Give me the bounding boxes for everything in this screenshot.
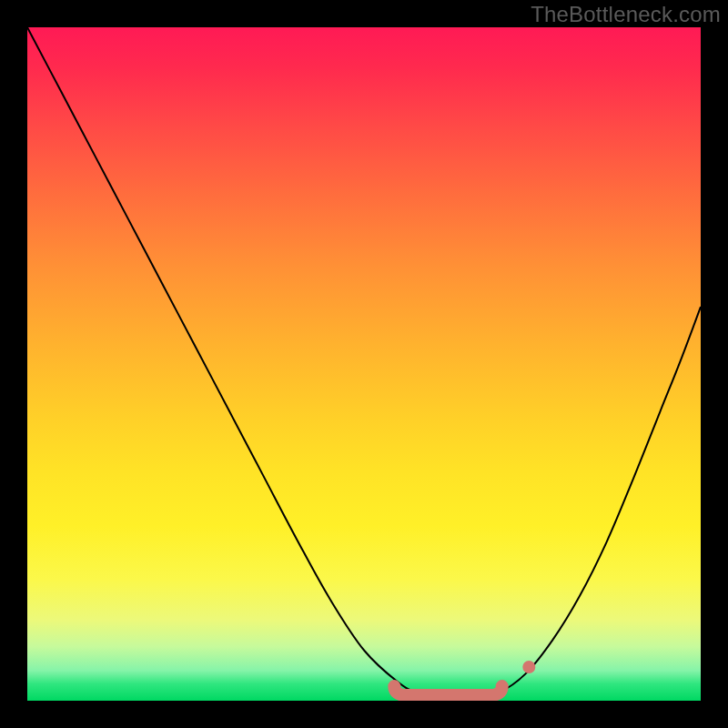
chart-stage: TheBottleneck.com <box>0 0 728 728</box>
salmon-dot-marker <box>522 661 535 673</box>
watermark-text: TheBottleneck.com <box>531 2 721 27</box>
plot-area <box>27 27 701 701</box>
bottleneck-curve <box>27 27 701 698</box>
optimal-zone-marker <box>394 686 501 695</box>
chart-overlay-svg <box>27 27 701 701</box>
